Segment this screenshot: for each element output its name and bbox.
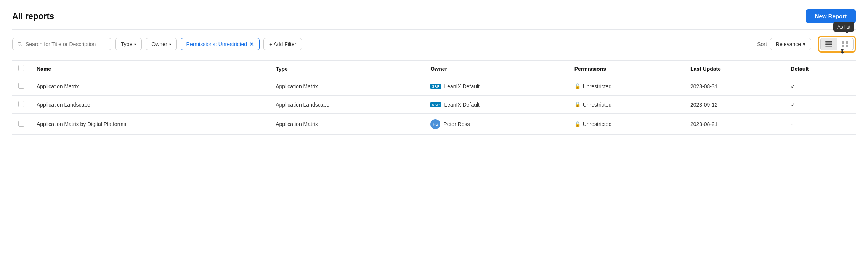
svg-rect-4 [842, 41, 844, 44]
sort-label: Sort [757, 41, 767, 47]
table-row: Application Landscape Application Landsc… [12, 96, 856, 114]
permissions-value: Unrestricted [583, 121, 611, 127]
table-row: Application Matrix by Digital Platforms … [12, 114, 856, 135]
default-value: ✓ [791, 83, 796, 89]
svg-rect-3 [825, 46, 832, 47]
list-view-icon [825, 41, 832, 47]
page-title: All reports [12, 11, 54, 21]
row-type: Application Matrix [270, 114, 424, 135]
row-type: Application Matrix [270, 77, 424, 96]
row-last-update: 2023-09-12 [684, 96, 785, 114]
search-box[interactable] [12, 38, 111, 50]
as-list-tooltip: As list [833, 22, 854, 32]
owner-name: Peter Ross [443, 121, 470, 127]
row-last-update: 2023-08-21 [684, 114, 785, 135]
row-last-update: 2023-08-31 [684, 77, 785, 96]
grid-view-icon [842, 41, 849, 47]
sort-select-button[interactable]: Relevance ▾ [770, 38, 811, 50]
unrestricted-icon: 🔓 [574, 83, 581, 89]
row-type: Application Landscape [270, 96, 424, 114]
row-default: ✓ [785, 96, 856, 114]
owner-name: LeanIX Default [444, 102, 480, 108]
col-permissions: Permissions [568, 61, 684, 77]
row-owner: PS Peter Ross [424, 114, 568, 135]
search-input[interactable] [26, 41, 106, 47]
chevron-down-icon: ▾ [134, 42, 136, 46]
sort-area: Sort Relevance ▾ [757, 38, 811, 50]
col-name: Name [30, 61, 270, 77]
row-checkbox[interactable] [18, 121, 24, 127]
view-toggle-highlight [818, 36, 856, 53]
permissions-filter-label: Permissions: Unrestricted [186, 41, 247, 47]
svg-rect-1 [825, 41, 832, 43]
svg-rect-2 [825, 44, 832, 45]
search-icon [17, 41, 22, 47]
owner-name: LeanIX Default [444, 83, 480, 89]
table-row: Application Matrix Application Matrix SA… [12, 77, 856, 96]
sap-logo: SAP [430, 102, 441, 107]
permissions-filter-active[interactable]: Permissions: Unrestricted ✕ [181, 38, 260, 50]
svg-rect-6 [842, 45, 844, 47]
sap-logo: SAP [430, 84, 441, 89]
row-name: Application Matrix by Digital Platforms [30, 114, 270, 135]
col-last-update: Last Update [684, 61, 785, 77]
row-default: ✓ [785, 77, 856, 96]
owner-filter-button[interactable]: Owner ▾ [146, 38, 176, 50]
row-name: Application Landscape [30, 96, 270, 114]
col-type: Type [270, 61, 424, 77]
unrestricted-icon: 🔓 [574, 121, 581, 127]
row-checkbox[interactable] [18, 101, 24, 107]
svg-rect-7 [846, 45, 848, 47]
remove-permissions-filter-button[interactable]: ✕ [249, 41, 254, 47]
type-filter-button[interactable]: Type ▾ [115, 38, 142, 50]
view-toggle-wrapper: As list ⬍ [818, 36, 856, 53]
filter-bar: Type ▾ Owner ▾ Permissions: Unrestricted… [12, 36, 856, 53]
permissions-value: Unrestricted [583, 102, 611, 108]
reports-table: Name Type Owner Permissions Last Update … [12, 60, 856, 135]
row-default: - [785, 114, 856, 135]
grid-view-button[interactable] [837, 38, 854, 50]
avatar: PS [430, 119, 440, 129]
row-owner: SAP LeanIX Default [424, 77, 568, 96]
row-owner: SAP LeanIX Default [424, 96, 568, 114]
col-default: Default [785, 61, 856, 77]
row-checkbox-cell [12, 77, 30, 96]
row-name: Application Matrix [30, 77, 270, 96]
row-checkbox-cell [12, 114, 30, 135]
row-checkbox-cell [12, 96, 30, 114]
chevron-down-icon: ▾ [803, 41, 805, 47]
col-checkbox [12, 61, 30, 77]
list-view-button[interactable] [820, 38, 837, 50]
unrestricted-icon: 🔓 [574, 102, 581, 107]
select-all-checkbox[interactable] [18, 65, 24, 71]
chevron-down-icon: ▾ [169, 42, 171, 46]
svg-rect-5 [846, 41, 848, 44]
permissions-value: Unrestricted [583, 83, 611, 89]
table-header-row: Name Type Owner Permissions Last Update … [12, 61, 856, 77]
row-permissions: 🔓 Unrestricted [568, 114, 684, 135]
header-divider [12, 29, 856, 30]
row-permissions: 🔓 Unrestricted [568, 77, 684, 96]
add-filter-button[interactable]: + Add Filter [263, 38, 302, 50]
col-owner: Owner [424, 61, 568, 77]
default-value: ✓ [791, 101, 796, 108]
new-report-button[interactable]: New Report [806, 9, 856, 23]
row-permissions: 🔓 Unrestricted [568, 96, 684, 114]
default-value: - [791, 121, 793, 127]
row-checkbox[interactable] [18, 83, 24, 89]
